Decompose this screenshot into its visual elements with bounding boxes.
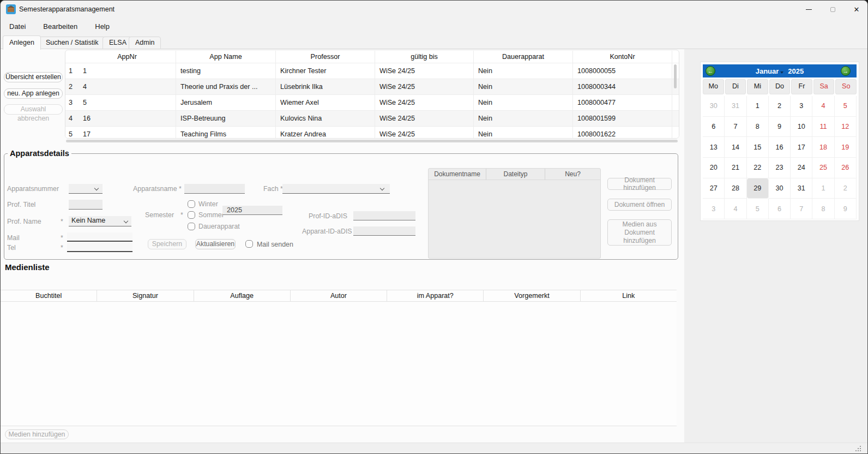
table-row[interactable]: 4 16 ISP-Betreuung Kulovics Nina WiSe 24… bbox=[65, 110, 679, 126]
menu-item[interactable]: Bearbeiten bbox=[43, 22, 77, 31]
calendar-month-label[interactable]: Januar bbox=[756, 67, 779, 75]
calendar-day[interactable]: 30 bbox=[703, 96, 725, 117]
minimize-button[interactable] bbox=[797, 1, 821, 17]
apparat-id-adis-input[interactable] bbox=[353, 226, 415, 236]
dauerapparat-radio[interactable] bbox=[188, 223, 195, 230]
column-header[interactable]: AppNr bbox=[79, 51, 176, 63]
calendar-day[interactable]: 3 bbox=[703, 199, 725, 219]
medien-column-header[interactable]: Buchtitel bbox=[1, 290, 97, 301]
medien-column-header[interactable]: Vorgemerkt bbox=[484, 290, 580, 301]
calendar-day[interactable]: 9 bbox=[769, 117, 791, 138]
calendar-day[interactable]: 30 bbox=[769, 178, 791, 199]
medien-column-header[interactable]: Signatur bbox=[97, 290, 194, 301]
calendar-day[interactable]: 17 bbox=[791, 137, 812, 158]
column-header[interactable]: Dauerapparat bbox=[474, 51, 573, 63]
calendar-day[interactable]: 11 bbox=[812, 117, 834, 138]
aktualisieren-button[interactable]: Aktualisieren bbox=[195, 239, 236, 249]
dokument-hinzufuegen-button[interactable]: Dokument hinzufügen bbox=[607, 178, 672, 190]
calendar-day[interactable]: 7 bbox=[725, 117, 746, 138]
calendar-day[interactable]: 10 bbox=[791, 117, 812, 138]
menu-item[interactable]: Help bbox=[95, 22, 110, 31]
calendar-day[interactable]: 25 bbox=[812, 158, 834, 178]
tel-input[interactable] bbox=[67, 243, 132, 252]
medien-column-header[interactable]: im Apparat? bbox=[387, 290, 484, 301]
column-header[interactable]: App Name bbox=[176, 51, 276, 63]
calendar-day[interactable]: 1 bbox=[812, 178, 834, 199]
close-button[interactable]: ✕ bbox=[845, 1, 868, 17]
medien-aus-dokument-button[interactable]: Medien aus Dokument hinzufügen bbox=[607, 219, 672, 246]
calendar-day[interactable]: 5 bbox=[747, 199, 769, 219]
table-row[interactable]: 5 17 Teaching Films Kratzer Andrea WiSe … bbox=[65, 126, 679, 139]
document-column-header[interactable]: Dateityp bbox=[486, 169, 545, 180]
calendar-day[interactable]: 13 bbox=[703, 137, 725, 158]
next-month-button[interactable]: → bbox=[841, 66, 851, 76]
calendar-day[interactable]: 28 bbox=[725, 178, 746, 199]
uebersicht-erstellen-button[interactable]: Übersicht erstellen bbox=[4, 72, 63, 82]
calendar-day[interactable]: 15 bbox=[747, 137, 769, 158]
winter-radio[interactable] bbox=[188, 200, 195, 208]
calendar-day[interactable]: 6 bbox=[769, 199, 791, 219]
calendar-day[interactable]: 3 bbox=[791, 96, 812, 117]
calendar-day[interactable]: 7 bbox=[791, 199, 812, 219]
calendar-day[interactable]: 27 bbox=[703, 178, 725, 199]
sommer-radio[interactable] bbox=[188, 211, 195, 219]
calendar-day[interactable]: 14 bbox=[725, 137, 746, 158]
calendar-day[interactable]: 20 bbox=[703, 158, 725, 178]
document-column-header[interactable]: Neu? bbox=[545, 169, 600, 180]
resize-grip-icon[interactable] bbox=[855, 446, 861, 451]
year-input[interactable]: 2025 bbox=[222, 206, 282, 215]
calendar-day[interactable]: 8 bbox=[812, 199, 834, 219]
calendar-year-label[interactable]: 2025 bbox=[788, 67, 804, 75]
table-row[interactable]: 1 1 testing Kirchner Tester WiSe 24/25 N… bbox=[65, 63, 679, 79]
neue-app-anlegen-button[interactable]: neu. App anlegen bbox=[4, 88, 63, 99]
prof-id-adis-input[interactable] bbox=[353, 211, 415, 220]
tab[interactable]: Suchen / Statistik bbox=[39, 37, 105, 49]
calendar-day[interactable]: 31 bbox=[725, 96, 746, 117]
calendar-day[interactable]: 24 bbox=[791, 158, 812, 178]
calendar-day[interactable]: 4 bbox=[725, 199, 746, 219]
calendar-day[interactable]: 19 bbox=[835, 137, 857, 158]
column-header[interactable]: KontoNr bbox=[573, 51, 672, 63]
calendar-day[interactable]: 9 bbox=[835, 199, 857, 219]
prev-month-button[interactable]: ← bbox=[706, 66, 715, 76]
horizontal-scrollbar[interactable] bbox=[66, 140, 678, 143]
calendar-day[interactable]: 1 bbox=[747, 96, 769, 117]
calendar-day[interactable]: 18 bbox=[812, 137, 834, 158]
column-header[interactable]: Professor bbox=[276, 51, 375, 63]
tab[interactable]: Admin bbox=[129, 37, 161, 49]
tab[interactable]: Anlegen bbox=[3, 35, 41, 50]
document-column-header[interactable]: Dokumentname bbox=[429, 169, 486, 180]
calendar-day[interactable]: 12 bbox=[835, 117, 857, 138]
calendar-day[interactable]: 8 bbox=[747, 117, 769, 138]
calendar-day[interactable]: 29 bbox=[747, 178, 769, 199]
calendar-day[interactable]: 4 bbox=[812, 96, 834, 117]
maximize-button[interactable] bbox=[821, 1, 845, 17]
column-header[interactable]: gültig bis bbox=[375, 51, 474, 63]
calendar-day[interactable]: 26 bbox=[835, 158, 857, 178]
mail-input[interactable] bbox=[67, 232, 132, 242]
table-row[interactable]: 2 4 Theorie und Praxis der ... Lüsebrink… bbox=[65, 79, 679, 94]
menu-item[interactable]: Datei bbox=[9, 22, 26, 31]
row-number-header bbox=[65, 51, 79, 63]
medien-column-header[interactable]: Link bbox=[581, 290, 677, 301]
calendar-day[interactable]: 6 bbox=[703, 117, 725, 138]
calendar-day[interactable]: 21 bbox=[725, 158, 746, 178]
dokument-oeffnen-button[interactable]: Dokument öffnen bbox=[607, 199, 672, 211]
vertical-scrollbar[interactable] bbox=[674, 64, 677, 88]
horizontal-scrollbar-thumb[interactable] bbox=[66, 140, 678, 142]
medien-column-header[interactable]: Auflage bbox=[194, 290, 291, 301]
mail-senden-checkbox[interactable] bbox=[245, 240, 253, 248]
prof-name-select[interactable]: Kein Name bbox=[69, 216, 131, 226]
apparatsname-input[interactable] bbox=[184, 184, 245, 194]
calendar-day[interactable]: 2 bbox=[835, 178, 857, 199]
fach-select[interactable] bbox=[282, 184, 390, 194]
calendar-day[interactable]: 5 bbox=[835, 96, 857, 117]
calendar-day[interactable]: 31 bbox=[791, 178, 812, 199]
calendar-day[interactable]: 23 bbox=[769, 158, 791, 178]
table-row[interactable]: 3 5 Jerusalem Wiemer Axel WiSe 24/25 Nei… bbox=[65, 94, 679, 110]
prof-titel-input[interactable] bbox=[69, 200, 103, 210]
calendar-day[interactable]: 16 bbox=[769, 137, 791, 158]
calendar-day[interactable]: 22 bbox=[747, 158, 769, 178]
medien-column-header[interactable]: Autor bbox=[291, 290, 387, 301]
calendar-day[interactable]: 2 bbox=[769, 96, 791, 117]
